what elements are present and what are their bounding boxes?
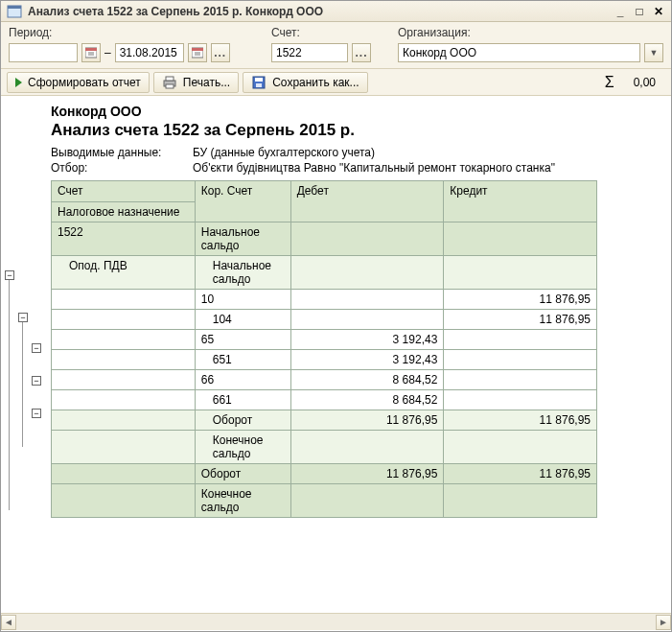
- tree-collapse-1[interactable]: −: [5, 270, 14, 280]
- col-debit: Дебет: [290, 181, 444, 222]
- meta2-val: Об'єкти будівництва Равно "Капитальный р…: [193, 161, 555, 175]
- table-row: 1522Начальное сальдо: [52, 222, 597, 256]
- table-row: 10411 876,95: [52, 310, 597, 330]
- print-label: Печать...: [183, 76, 230, 89]
- table-row: 6618 684,52: [52, 390, 597, 410]
- svg-rect-3: [85, 48, 97, 51]
- scroll-track[interactable]: [16, 615, 656, 630]
- scroll-left-button[interactable]: ◄: [1, 615, 16, 630]
- table-row: Конечное сальдо: [52, 484, 597, 518]
- col-credit: Кредит: [444, 181, 597, 222]
- printer-icon: [162, 75, 177, 90]
- col-tax: Налоговое назначение: [52, 201, 195, 219]
- meta2-key: Отбор:: [51, 161, 175, 175]
- report-title: Анализ счета 1522 за Серпень 2015 р.: [51, 121, 663, 140]
- svg-rect-15: [256, 83, 262, 87]
- org-dropdown-button[interactable]: ▼: [644, 43, 663, 62]
- svg-rect-14: [255, 78, 263, 82]
- account-picker-button[interactable]: ...: [352, 43, 371, 62]
- period-label: Период:: [9, 26, 260, 39]
- date-to-input[interactable]: [115, 43, 184, 62]
- svg-rect-7: [192, 48, 203, 51]
- date-from-input[interactable]: [9, 43, 78, 62]
- tree-collapse-4[interactable]: −: [32, 376, 41, 386]
- app-icon: [7, 4, 22, 19]
- sigma-total: Σ 0,00: [605, 74, 665, 91]
- close-button[interactable]: ✕: [652, 5, 665, 18]
- sigma-icon: Σ: [605, 74, 614, 91]
- filter-bar: Период: – ... Счет: ... Организация: ▼: [1, 22, 671, 69]
- save-as-button[interactable]: Сохранить как...: [243, 72, 367, 93]
- tree-collapse-2[interactable]: −: [18, 313, 28, 322]
- sigma-value: 0,00: [634, 76, 656, 89]
- print-button[interactable]: Печать...: [153, 72, 239, 93]
- table-row: Оборот11 876,9511 876,95: [52, 410, 597, 431]
- toolbar: Сформировать отчет Печать... Сохранить к…: [1, 69, 671, 96]
- table-row: 668 684,52: [52, 370, 597, 390]
- account-label: Счет:: [271, 26, 386, 39]
- save-label: Сохранить как...: [272, 76, 359, 89]
- tree-collapse-5[interactable]: −: [32, 409, 41, 418]
- svg-rect-1: [8, 6, 21, 9]
- date-dash: –: [104, 46, 111, 59]
- table-row: 653 192,43: [52, 330, 597, 350]
- account-input[interactable]: [271, 43, 348, 62]
- period-picker-button[interactable]: ...: [211, 43, 230, 62]
- table-row: Опод. ПДВНачальное сальдо: [52, 256, 597, 290]
- table-row: Конечное сальдо: [52, 431, 597, 464]
- window-title: Анализ счета 1522 за Серпень 2015 р. Кон…: [28, 5, 608, 18]
- calendar-to-button[interactable]: [188, 43, 207, 62]
- save-icon: [251, 75, 266, 90]
- svg-rect-11: [166, 77, 174, 81]
- report-body: Конкорд ООО Анализ счета 1522 за Серпень…: [51, 96, 671, 613]
- table-row: 1011 876,95: [52, 290, 597, 310]
- svg-rect-12: [166, 84, 174, 88]
- minimize-button[interactable]: _: [614, 5, 627, 18]
- report-table: Счет Налоговое назначение Кор. Счет Дебе…: [51, 180, 597, 518]
- titlebar: Анализ счета 1522 за Серпень 2015 р. Кон…: [1, 1, 671, 22]
- tree-gutter: − − − − −: [1, 96, 51, 613]
- col-account: Счет: [58, 184, 189, 198]
- table-row: 6513 192,43: [52, 350, 597, 370]
- horizontal-scrollbar[interactable]: ◄ ►: [1, 613, 671, 630]
- table-row: Оборот11 876,9511 876,95: [52, 464, 597, 484]
- org-input[interactable]: [398, 43, 640, 62]
- run-report-label: Сформировать отчет: [28, 76, 141, 89]
- meta1-key: Выводимые данные:: [51, 146, 175, 159]
- scroll-right-button[interactable]: ►: [656, 615, 671, 630]
- tree-collapse-3[interactable]: −: [32, 343, 41, 353]
- maximize-button[interactable]: □: [633, 5, 646, 18]
- run-report-button[interactable]: Сформировать отчет: [7, 72, 150, 93]
- col-corr: Кор. Счет: [195, 181, 290, 222]
- org-label: Организация:: [398, 26, 663, 39]
- meta1-val: БУ (данные бухгалтерского учета): [193, 146, 375, 159]
- report-org: Конкорд ООО: [51, 104, 663, 119]
- calendar-from-button[interactable]: [81, 43, 101, 62]
